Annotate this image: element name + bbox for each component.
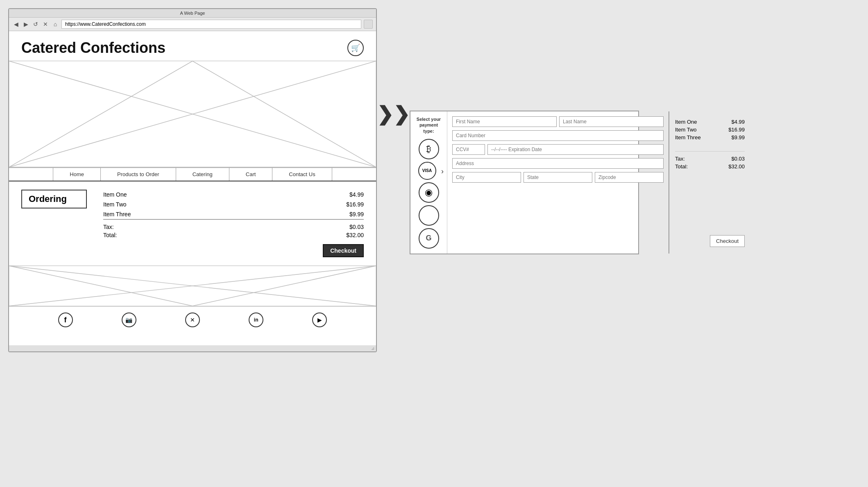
item-one-name: Item One bbox=[103, 191, 127, 198]
double-arrow-icon: ❯❯ bbox=[377, 102, 410, 125]
tax-label: Tax: bbox=[103, 224, 114, 230]
item-three-name: Item Three bbox=[103, 211, 131, 217]
browser-search-button[interactable] bbox=[364, 20, 373, 29]
youtube-button[interactable]: ▶ bbox=[312, 313, 327, 327]
card-number-input[interactable] bbox=[452, 130, 664, 141]
forward-button[interactable]: ▶ bbox=[22, 20, 29, 28]
modal-item-one-name: Item One bbox=[675, 119, 697, 125]
back-button[interactable]: ◀ bbox=[12, 20, 20, 28]
refresh-button[interactable]: ↺ bbox=[32, 20, 39, 28]
order-summary: Item One $4.99 Item Two $16.99 Item Thre… bbox=[103, 190, 364, 257]
modal-item-row: Item Three $9.99 bbox=[675, 134, 745, 141]
hero-image bbox=[9, 61, 376, 168]
address-row bbox=[452, 158, 664, 169]
modal-order-items: Item One $4.99 Item Two $16.99 Item Thre… bbox=[675, 118, 745, 141]
arrow-section: ❯❯ bbox=[377, 102, 410, 125]
close-button[interactable]: ✕ bbox=[42, 20, 49, 28]
total-label: Total: bbox=[103, 232, 117, 238]
checkout-modal: Select your payment type: ₿ VISA › ◉ G bbox=[410, 111, 639, 254]
modal-item-three-name: Item Three bbox=[675, 134, 701, 140]
ccv-expiration-row bbox=[452, 144, 664, 155]
facebook-button[interactable]: f bbox=[58, 313, 73, 327]
home-button[interactable]: ⌂ bbox=[52, 20, 59, 28]
mastercard-payment-button[interactable]: ◉ bbox=[419, 182, 439, 203]
modal-checkout-button[interactable]: Checkout bbox=[710, 235, 745, 247]
expiration-input[interactable] bbox=[487, 144, 664, 155]
modal-tax-row: Tax: $0.03 bbox=[675, 155, 745, 163]
item-two-name: Item Two bbox=[103, 201, 127, 208]
city-input[interactable] bbox=[452, 172, 521, 183]
modal-total-label: Total: bbox=[675, 163, 688, 170]
modal-divider bbox=[675, 151, 745, 152]
tax-row: Tax: $0.03 bbox=[103, 223, 364, 231]
payment-form bbox=[447, 111, 669, 254]
total-row: Total: $32.00 bbox=[103, 231, 364, 239]
nav-cart[interactable]: Cart bbox=[229, 168, 273, 181]
social-bar: f 📷 ✕ in ▶ bbox=[9, 306, 376, 333]
modal-item-two-name: Item Two bbox=[675, 127, 697, 133]
applepay-payment-button[interactable] bbox=[419, 205, 439, 226]
item-two-price: $16.99 bbox=[346, 201, 364, 208]
payment-label: Select your payment type: bbox=[414, 116, 444, 134]
modal-item-row: Item One $4.99 bbox=[675, 118, 745, 126]
modal-total-row: Total: $32.00 bbox=[675, 163, 745, 170]
instagram-button[interactable]: 📷 bbox=[122, 313, 136, 327]
site-nav: Home Products to Order Catering Cart Con… bbox=[9, 168, 376, 181]
zipcode-input[interactable] bbox=[595, 172, 664, 183]
order-items: Item One $4.99 Item Two $16.99 Item Thre… bbox=[103, 190, 364, 220]
total-value: $32.00 bbox=[346, 232, 364, 238]
modal-tax-label: Tax: bbox=[675, 156, 685, 162]
payment-sidebar: Select your payment type: ₿ VISA › ◉ G bbox=[410, 111, 447, 254]
site-header: Catered Confections 🛒 bbox=[9, 31, 376, 61]
site-title: Catered Confections bbox=[21, 39, 165, 57]
nav-contact[interactable]: Contact Us bbox=[272, 168, 332, 181]
order-item-row: Item One $4.99 bbox=[103, 190, 364, 199]
order-totals: Tax: $0.03 Total: $32.00 bbox=[103, 223, 364, 239]
modal-total-value: $32.00 bbox=[728, 163, 745, 170]
modal-item-row: Item Two $16.99 bbox=[675, 126, 745, 134]
first-name-input[interactable] bbox=[452, 116, 557, 127]
ccv-input[interactable] bbox=[452, 144, 485, 155]
twitter-button[interactable]: ✕ bbox=[185, 313, 200, 327]
modal-order-summary: Item One $4.99 Item Two $16.99 Item Thre… bbox=[669, 111, 750, 254]
address-input[interactable] bbox=[452, 158, 664, 169]
tax-value: $0.03 bbox=[349, 224, 364, 230]
payment-chevron-icon[interactable]: › bbox=[441, 167, 444, 176]
item-one-price: $4.99 bbox=[349, 191, 364, 198]
city-state-zip-row bbox=[452, 172, 664, 183]
order-item-row: Item Two $16.99 bbox=[103, 199, 364, 209]
modal-inner: Select your payment type: ₿ VISA › ◉ G bbox=[410, 111, 638, 254]
nav-home[interactable]: Home bbox=[53, 168, 101, 181]
linkedin-button[interactable]: in bbox=[249, 313, 263, 327]
nav-catering[interactable]: Catering bbox=[176, 168, 229, 181]
visa-payment-button[interactable]: VISA bbox=[418, 162, 436, 180]
cart-button[interactable]: 🛒 bbox=[347, 40, 364, 56]
modal-tax-value: $0.03 bbox=[731, 156, 745, 162]
last-name-input[interactable] bbox=[559, 116, 664, 127]
checkout-button[interactable]: Checkout bbox=[323, 244, 364, 257]
page-content: Catered Confections 🛒 Home Products to O… bbox=[9, 31, 376, 345]
card-number-row bbox=[452, 130, 664, 141]
main-content: Ordering Item One $4.99 Item Two $16.99 … bbox=[9, 181, 376, 265]
order-item-row: Item Three $9.99 bbox=[103, 209, 364, 219]
modal-item-three-price: $9.99 bbox=[731, 134, 745, 140]
resize-handle[interactable]: ⊿ bbox=[9, 345, 376, 351]
footer-image bbox=[9, 265, 376, 306]
ordering-label: Ordering bbox=[21, 190, 87, 208]
bitcoin-payment-button[interactable]: ₿ bbox=[419, 139, 439, 159]
address-bar[interactable] bbox=[61, 20, 361, 29]
state-input[interactable] bbox=[524, 172, 592, 183]
browser-frame: A Web Page ◀ ▶ ↺ ✕ ⌂ Catered Confections… bbox=[8, 8, 377, 352]
modal-item-two-price: $16.99 bbox=[728, 127, 745, 133]
googlepay-payment-button[interactable]: G bbox=[419, 228, 439, 249]
browser-toolbar: ◀ ▶ ↺ ✕ ⌂ bbox=[9, 18, 376, 31]
browser-title: A Web Page bbox=[9, 9, 376, 18]
nav-products[interactable]: Products to Order bbox=[101, 168, 176, 181]
name-row bbox=[452, 116, 664, 127]
item-three-price: $9.99 bbox=[349, 211, 364, 217]
modal-item-one-price: $4.99 bbox=[731, 119, 745, 125]
